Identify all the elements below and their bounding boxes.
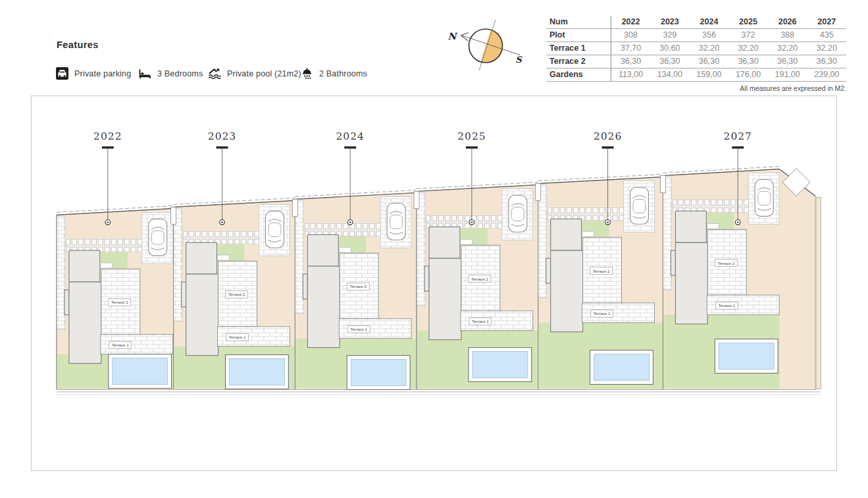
plot-2023: Terrace 2Terrace 12023 [171,130,295,390]
terrace1-label: Terrace 1 [229,335,246,339]
terrace1-label: Terrace 1 [718,303,735,308]
feature-bedrooms: 3 Bedrooms [138,67,203,80]
features-heading: Features [57,40,99,50]
table-value-cell: 239,00 [807,69,846,82]
table-value-cell: 356 [690,29,729,42]
table-value-cell: 176,00 [728,69,768,82]
table-row-label: Terrace 1 [546,42,611,55]
table-value-cell: 30,60 [650,42,690,55]
plot-marker-dot [221,221,222,223]
terrace2-label: Terrace 2 [349,284,367,289]
feature-label: Private parking [74,69,131,78]
table-value-cell: 113,00 [611,69,651,82]
compass-rose: N S [434,13,533,86]
plot-label-tick [732,146,744,148]
measurements-table: Num202220232024202520262027Plot308329356… [546,16,846,82]
measures-note: All measures are expressed in M2. [546,84,846,92]
table-value-cell: 37,70 [611,42,651,55]
plot-year-label: 2026 [594,130,622,142]
feature-pool: Private pool (21m2) [208,67,301,80]
feature-bathrooms: 2 Bathrooms [300,67,367,80]
swimming-pool [113,358,168,385]
table-row: Terrace 236,3036,3036,3036,3036,3036,30 [546,55,846,69]
bed-icon [138,67,152,80]
table-value-cell: 36,30 [611,55,651,69]
plot-label-tick [102,146,114,148]
feature-private-parking: Private parking [55,67,131,80]
site-plan-page: Features Private parking 3 Bedrooms Priv… [0,0,868,498]
terrace1-label: Terrace 1 [350,327,367,331]
table-value-cell: 32,20 [728,42,768,55]
feature-label: 3 Bedrooms [157,69,203,78]
table-value-cell: 36,30 [650,55,690,69]
site-plan-canvas: Terrace 2Terrace 12022Terrace 2Terrace 1… [31,96,837,471]
divider-wall [414,191,419,208]
parking-icon [55,67,69,80]
compass-shaded-segment [480,30,502,63]
swimming-pool [719,343,774,370]
plot-marker-dot [471,221,472,223]
terrace2-label: Terrace 2 [471,277,488,281]
terrace2-label: Terrace 2 [593,269,610,273]
swimming-pool [472,352,528,378]
table-row-label: Gardens [546,69,611,82]
table-value-cell: 32,20 [807,42,846,55]
feature-label: 2 Bathrooms [319,69,367,78]
table-value-cell: 36,30 [690,55,729,69]
table-row: Plot308329356372388435 [546,29,846,42]
terrace2-label: Terrace 2 [228,292,245,296]
terrace1-label: Terrace 1 [472,319,489,323]
plot-marker-dot [107,221,109,223]
table-value-cell: 159,00 [690,69,729,82]
table-year-header: 2024 [690,16,729,29]
plot-2025: Terrace 2Terrace 12025 [414,130,538,390]
table-year-header: 2025 [728,16,768,29]
terrace2-label: Terrace 2 [111,300,128,304]
table-value-cell: 32,20 [690,42,729,55]
plot-label-tick [466,146,478,148]
table-value-cell: 134,00 [650,69,690,82]
table-value-cell: 308 [611,29,651,42]
table-year-header: 2023 [650,16,690,29]
table-value-cell: 36,30 [768,55,807,69]
right-boundary-strip [816,197,821,389]
plot-year-label: 2025 [457,130,486,142]
plot-label-tick [602,146,614,148]
table-value-cell: 329 [650,29,690,42]
terrace1-label: Terrace 1 [594,311,611,316]
plot-2026: Terrace 2Terrace 12026 [536,130,663,390]
plot-year-label: 2027 [724,130,752,142]
divider-wall [536,184,541,201]
divider-wall [171,207,176,224]
divider-wall [660,176,665,193]
table-value-cell: 388 [768,29,807,42]
table-value-cell: 36,30 [728,55,768,69]
table-row-label: Plot [546,29,611,42]
plot-year-label: 2022 [93,130,122,142]
table-value-cell: 32,20 [768,42,807,55]
table-value-cell: 36,30 [807,55,846,69]
terrace1-label: Terrace 1 [112,343,129,347]
table-row: Terrace 137,7030,6032,2032,2032,2032,20 [546,42,846,55]
plot-2027: Terrace 2Terrace 12027 [660,130,815,390]
plot-year-label: 2023 [208,130,236,142]
table-value-cell: 435 [807,29,846,42]
feature-label: Private pool (21m2) [227,69,301,78]
pool-icon [208,67,222,80]
terrace2-label: Terrace 2 [717,261,734,265]
plot-marker-dot [349,221,351,223]
plot-marker-dot [607,221,608,223]
table-row: Gardens113,00134,00159,00176,00191,00239… [546,69,846,82]
plot-2022: Terrace 2Terrace 12022 [57,130,174,390]
swimming-pool [594,354,650,381]
compass-north-label: N [448,31,458,42]
divider-wall [292,199,297,216]
bathroom-icon [300,67,314,80]
table-year-header: 2027 [807,16,846,29]
table-year-header: 2026 [768,16,807,29]
plot-year-label: 2024 [336,130,365,142]
table-value-cell: 191,00 [768,69,807,82]
swimming-pool [351,360,406,386]
swimming-pool [230,359,285,385]
table-row-label: Terrace 2 [546,55,611,69]
